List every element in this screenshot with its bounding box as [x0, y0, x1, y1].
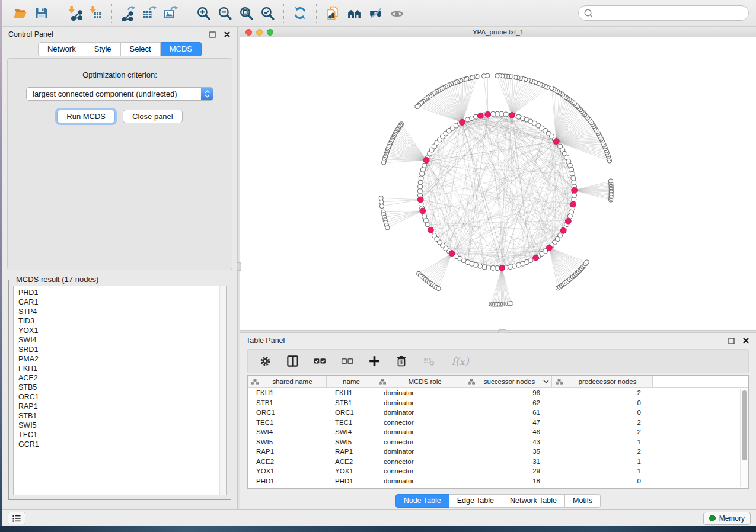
mcds-node-item[interactable]: PHD1	[18, 288, 226, 297]
search-input[interactable]	[594, 9, 744, 17]
zoom-fit-button[interactable]	[235, 2, 257, 24]
mcds-node-item[interactable]: STP4	[18, 307, 226, 316]
tab-edge-table[interactable]: Edge Table	[449, 494, 502, 508]
network-file-button[interactable]	[322, 2, 343, 24]
column-header-successor-nodes[interactable]: successor nodes	[464, 376, 552, 387]
table-scrollbar[interactable]	[740, 389, 748, 487]
mcds-node-item[interactable]: SWI5	[18, 421, 226, 430]
table-row[interactable]: TEC1TEC1connector472	[248, 418, 748, 428]
network-window-titlebar[interactable]: YPA_prune.txt_1	[240, 27, 756, 37]
float-panel-icon[interactable]	[208, 30, 217, 39]
zoom-out-icon	[218, 6, 232, 21]
cell: 29	[464, 467, 552, 475]
cell: 46	[464, 428, 552, 435]
column-header-predecessor-nodes[interactable]: predecessor nodes	[552, 376, 653, 387]
export-network-button[interactable]	[117, 2, 139, 24]
table-row[interactable]: ACE2ACE2connector311	[248, 457, 748, 467]
network-file-icon	[326, 6, 340, 21]
network-canvas[interactable]	[240, 37, 756, 331]
table-row[interactable]: FKH1FKH1dominator962	[248, 388, 748, 398]
tab-network-table[interactable]: Network Table	[502, 494, 565, 508]
cell: 0	[552, 399, 653, 406]
mcds-node-item[interactable]: PMA2	[18, 354, 226, 364]
first-neighbors-button[interactable]	[343, 2, 365, 24]
scrollbar-thumb[interactable]	[742, 390, 747, 460]
maximize-window-icon[interactable]	[267, 29, 273, 36]
open-session-button[interactable]	[9, 2, 31, 24]
zoom-in-button[interactable]	[193, 2, 214, 24]
table-row[interactable]: YOX1YOX1connector291	[248, 466, 748, 476]
refresh-button[interactable]	[289, 2, 311, 24]
table-row[interactable]: RAP1RAP1dominator352	[248, 447, 748, 457]
tab-node-table[interactable]: Node Table	[395, 494, 449, 508]
mcds-pane: Optimization criterion: largest connecte…	[7, 58, 232, 270]
table-row[interactable]: PHD1PHD1dominator180	[248, 476, 748, 486]
import-network-button[interactable]	[63, 2, 85, 24]
close-panel-icon[interactable]	[742, 336, 750, 345]
zoom-selected-icon	[260, 6, 275, 21]
mcds-node-item[interactable]: TEC1	[18, 430, 226, 440]
column-header-shared-name[interactable]: shared name	[248, 376, 327, 387]
zoom-out-button[interactable]	[214, 2, 235, 24]
zoom-selected-button[interactable]	[257, 2, 278, 24]
mcds-node-item[interactable]: STB1	[18, 411, 226, 421]
column-header-MCDS-role[interactable]: MCDS role	[375, 376, 464, 387]
mcds-node-item[interactable]: ORC1	[18, 392, 226, 402]
memory-status-icon	[709, 515, 716, 521]
tab-network[interactable]: Network	[38, 42, 85, 56]
table-row[interactable]: SWI4SWI4dominator462	[248, 427, 748, 437]
close-window-icon[interactable]	[245, 29, 252, 36]
minimize-window-icon[interactable]	[256, 29, 263, 36]
mcds-list-scrollbar[interactable]	[219, 286, 226, 495]
cell: 2	[552, 419, 653, 426]
save-session-button[interactable]	[31, 2, 52, 24]
show-columns-button[interactable]	[285, 354, 300, 369]
mcds-node-item[interactable]: STB5	[18, 383, 226, 392]
select-all-button[interactable]	[312, 354, 327, 369]
tab-mcds[interactable]: MCDS	[161, 42, 202, 56]
tab-style[interactable]: Style	[85, 42, 121, 56]
mcds-node-item[interactable]: CAR1	[18, 297, 226, 307]
criterion-select[interactable]: largest connected component (undirected)	[26, 87, 213, 101]
hide-selected-button[interactable]	[365, 2, 386, 24]
cell: SWI5	[327, 438, 375, 446]
mcds-node-item[interactable]: FKH1	[18, 364, 226, 373]
mcds-node-item[interactable]: ACE2	[18, 373, 226, 383]
optimization-criterion-label: Optimization criterion:	[8, 70, 232, 79]
splitter-handle[interactable]	[237, 262, 241, 271]
delete-row-button[interactable]	[394, 354, 409, 369]
mcds-node-item[interactable]: YOX1	[18, 326, 226, 335]
mcds-node-item[interactable]: SRD1	[18, 345, 226, 354]
cell: connector	[375, 458, 464, 465]
tab-motifs[interactable]: Motifs	[565, 494, 601, 508]
cell: dominator	[375, 477, 464, 485]
node-table[interactable]: shared namenameMCDS rolesuccessor nodesp…	[247, 375, 749, 489]
import-table-button[interactable]	[85, 2, 106, 24]
show-all-button[interactable]	[386, 2, 407, 24]
column-header-name[interactable]: name	[327, 376, 375, 387]
run-mcds-button[interactable]: Run MCDS	[57, 110, 115, 123]
mcds-result-list[interactable]: PHD1CAR1STP4TID3YOX1SWI4SRD1PMA2FKH1ACE2…	[13, 286, 227, 495]
export-table-button[interactable]	[139, 2, 160, 24]
memory-button[interactable]: Memory	[703, 512, 751, 525]
unselect-all-button[interactable]	[339, 354, 355, 369]
close-panel-button[interactable]: Close panel	[123, 110, 183, 123]
mcds-node-item[interactable]: SWI4	[18, 335, 226, 345]
mcds-node-item[interactable]: RAP1	[18, 402, 226, 411]
table-row[interactable]: SWI5SWI5connector431	[248, 437, 748, 447]
table-row[interactable]: STB1STB1dominator620	[248, 398, 748, 408]
mcds-node-item[interactable]: GCR1	[18, 440, 226, 449]
search-box[interactable]	[578, 5, 749, 21]
settings-gear-button[interactable]	[257, 354, 273, 369]
network-canvas-wrap[interactable]	[240, 37, 756, 331]
tab-select[interactable]: Select	[121, 42, 161, 56]
close-panel-icon[interactable]	[223, 30, 231, 39]
float-panel-icon[interactable]	[727, 336, 736, 345]
toolbar-separator	[283, 4, 284, 23]
mcds-node-item[interactable]: TID3	[18, 316, 226, 326]
automation-panel-button[interactable]	[8, 512, 25, 524]
add-row-button[interactable]	[366, 354, 382, 369]
export-image-button[interactable]	[160, 2, 181, 24]
mcds-result-title: MCDS result (17 nodes)	[14, 275, 101, 284]
table-row[interactable]: ORC1ORC1dominator610	[248, 408, 748, 418]
